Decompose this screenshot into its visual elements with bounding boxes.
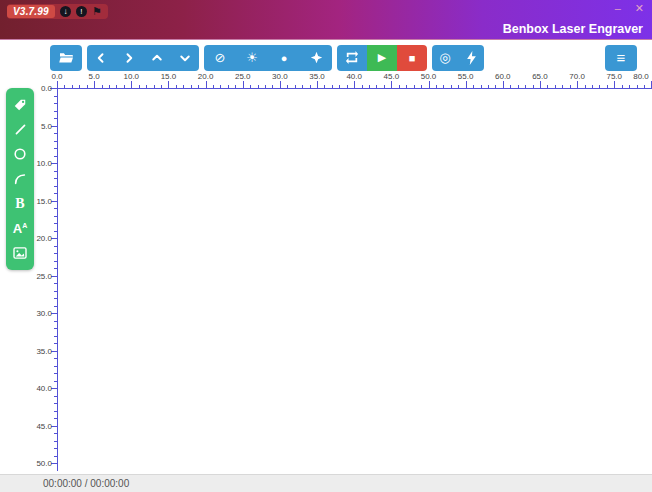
chevron-up-icon (151, 52, 163, 64)
close-button[interactable]: ✕ (635, 1, 644, 15)
minimize-button[interactable]: – (615, 1, 621, 15)
line-tool[interactable] (9, 120, 31, 140)
laser-spark-button[interactable] (300, 45, 332, 71)
stop-icon: ■ (409, 52, 416, 64)
laser-weak-button[interactable]: ☀ (236, 45, 268, 71)
repeat-button[interactable] (337, 45, 367, 71)
bold-text-tool[interactable]: B (9, 194, 31, 214)
menu-button[interactable]: ≡ (605, 45, 637, 71)
ellipse-tool[interactable] (9, 144, 31, 164)
laser-dot-button[interactable]: ● (268, 45, 300, 71)
language-flag-icon[interactable]: ⚑ (92, 6, 102, 17)
elapsed-time: 00:00:00 / 00:00:00 (43, 478, 129, 489)
jog-left-button[interactable] (87, 45, 115, 71)
hamburger-icon: ≡ (617, 49, 626, 66)
chevron-left-icon (95, 52, 107, 64)
repeat-icon (345, 51, 359, 64)
bold-icon: B (15, 196, 24, 212)
version-badge: V3.7.99 (7, 5, 55, 18)
stop-button[interactable]: ■ (397, 45, 427, 71)
focus-button[interactable]: ◎ (432, 45, 458, 71)
open-file-button[interactable] (50, 45, 82, 71)
text-tool[interactable]: AA (9, 218, 31, 238)
line-icon (14, 123, 27, 136)
laser-off-button[interactable]: ⊘ (204, 45, 236, 71)
main-toolbar: ⊘ ☀ ● ▶ ■ ◎ ≡ (0, 41, 652, 74)
version-badge-group: V3.7.99 ↓ ! ⚑ (7, 4, 108, 19)
update-icon[interactable]: ↓ (60, 6, 71, 17)
image-tool[interactable] (9, 243, 31, 263)
lightning-icon (466, 51, 477, 65)
folder-icon (59, 51, 74, 64)
play-icon: ▶ (378, 51, 386, 64)
slash-circle-icon: ⊘ (215, 50, 226, 65)
status-bar: 00:00:00 / 00:00:00 (0, 474, 652, 492)
work-canvas[interactable] (0, 74, 652, 474)
jog-right-button[interactable] (115, 45, 143, 71)
app-title: Benbox Laser Engraver (503, 22, 643, 36)
sparkle-icon (310, 51, 323, 64)
jog-up-button[interactable] (143, 45, 171, 71)
tag-tool[interactable] (9, 95, 31, 115)
text-icon: AA (13, 221, 27, 236)
title-bar: V3.7.99 ↓ ! ⚑ – ✕ Benbox Laser Engraver (0, 0, 652, 40)
arc-icon (13, 172, 27, 186)
start-button[interactable]: ▶ (367, 45, 397, 71)
target-icon: ◎ (439, 50, 450, 65)
info-icon[interactable]: ! (76, 6, 87, 17)
power-button[interactable] (458, 45, 484, 71)
tool-sidebar: B AA (6, 88, 34, 270)
jog-down-button[interactable] (171, 45, 199, 71)
sun-icon: ☀ (246, 50, 258, 65)
tag-icon (13, 98, 27, 112)
image-icon (13, 247, 27, 259)
circle-icon (13, 147, 27, 161)
chevron-down-icon (179, 52, 191, 64)
dot-icon: ● (281, 52, 288, 64)
arc-tool[interactable] (9, 169, 31, 189)
chevron-right-icon (123, 52, 135, 64)
